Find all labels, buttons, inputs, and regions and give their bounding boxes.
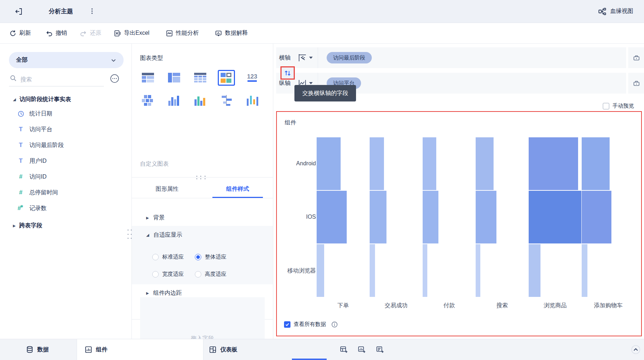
block-mark[interactable]	[423, 244, 427, 297]
chart-type-column-chart[interactable]	[165, 93, 183, 108]
toolbar-refresh-button[interactable]: 刷新	[9, 23, 31, 43]
scope-selector[interactable]: 全部	[9, 52, 124, 68]
y-category-label: IOS	[280, 214, 316, 220]
block-mark[interactable]	[317, 244, 324, 297]
app-header: 分析主题 血缘视图	[0, 0, 644, 23]
section-component-padding[interactable]: ▶ 组件内边距	[146, 288, 182, 298]
undo-icon	[45, 30, 53, 37]
panel-drag-handle[interactable]	[128, 229, 132, 240]
number-field-icon: #	[17, 173, 24, 180]
table-tree-node[interactable]: ◢ 访问阶段统计事实表	[13, 94, 71, 105]
field-item[interactable]: #总停留时间	[17, 186, 121, 199]
axis-lock-button[interactable]	[628, 47, 644, 68]
toolbar-data-explain-button[interactable]: 数据解释	[215, 23, 248, 43]
tab-component-style[interactable]: 组件样式	[202, 180, 273, 198]
toolbar-redo-button[interactable]: 还原	[80, 23, 101, 43]
lineage-icon	[598, 7, 607, 16]
info-icon[interactable]	[331, 321, 338, 328]
chart-type-cross-table[interactable]	[192, 70, 209, 86]
manual-preview-label: 手动预览	[612, 103, 634, 109]
block-mark[interactable]	[529, 137, 578, 190]
axis-type-selector[interactable]	[298, 53, 313, 62]
x-category-label: 添加购物车	[582, 302, 635, 309]
lock-icon	[633, 79, 640, 87]
add-table-icon[interactable]	[340, 345, 348, 354]
toolbar-performance-button[interactable]: 性能分析	[166, 23, 199, 43]
block-mark[interactable]	[370, 244, 375, 297]
swap-axes-button[interactable]	[280, 66, 295, 80]
block-mark[interactable]	[423, 191, 438, 243]
chart-type-multi-color-column[interactable]	[192, 93, 209, 108]
multi-color-column-icon	[193, 94, 207, 106]
section-drag-handle[interactable]	[196, 176, 206, 179]
x-category-label: 下单	[317, 302, 370, 309]
fit-option-1[interactable]: 标准适应	[152, 254, 184, 260]
search-input[interactable]	[20, 74, 96, 85]
manual-preview-checkbox[interactable]	[603, 103, 609, 109]
fit-option-2[interactable]: 整体适应	[195, 254, 226, 260]
block-mark[interactable]	[582, 244, 587, 297]
component-icon	[85, 346, 92, 354]
chart-type-contrast-bar[interactable]	[218, 93, 235, 108]
ellipsis-circle-icon[interactable]	[110, 74, 119, 83]
explain-icon	[215, 30, 222, 37]
bottom-tab-data[interactable]: 数据	[26, 339, 49, 360]
block-mark[interactable]	[476, 191, 496, 243]
block-mark[interactable]	[476, 244, 480, 297]
chart-type-kpi-card[interactable]: 123	[244, 70, 261, 86]
swap-tooltip: 交换横纵轴的字段	[294, 85, 356, 101]
chart-type-block-group[interactable]	[139, 93, 157, 108]
bottom-tab-dashboard[interactable]: 仪表板	[209, 339, 237, 360]
kebab-vertical-icon[interactable]	[89, 8, 95, 14]
exit-icon[interactable]	[14, 7, 23, 16]
chevron-down-icon	[111, 57, 116, 63]
cross-table-label: 跨表字段	[19, 222, 42, 229]
block-mark[interactable]	[317, 191, 347, 243]
fit-option-4[interactable]: 高度适应	[195, 271, 226, 278]
toolbar-undo-button[interactable]: 撤销	[45, 23, 67, 43]
lineage-view-button[interactable]: 血缘视图	[598, 0, 633, 23]
chart-type-block-chart[interactable]	[218, 70, 235, 86]
chart-type-freeze-table[interactable]	[165, 70, 183, 86]
expand-triangle-icon: ◢	[146, 233, 149, 237]
component-card[interactable]: 组件 AndroidIOS移动浏览器下单交易成功付款搜索浏览商品添加购物车 查看…	[276, 111, 642, 336]
section-adaptive-display[interactable]: ◢ 自适应显示	[146, 229, 182, 240]
block-mark[interactable]	[476, 137, 494, 190]
radio-icon	[152, 271, 159, 278]
field-item[interactable]: T访问平台	[17, 123, 121, 136]
component-title: 组件	[285, 119, 296, 127]
view-all-checkbox[interactable]	[284, 321, 290, 328]
x-axis-shelf: 横轴访问最后阶段	[276, 47, 626, 68]
block-mark[interactable]	[529, 244, 540, 297]
block-mark[interactable]	[529, 191, 581, 243]
x-category-label: 浏览商品	[529, 302, 582, 309]
cross-table-tree-node[interactable]: ▶ 跨表字段	[13, 220, 42, 231]
collapse-button[interactable]	[630, 344, 641, 355]
toolbar-export-excel-button[interactable]: 导出Excel	[114, 23, 149, 43]
field-item[interactable]: T用户ID	[17, 155, 121, 167]
section-background[interactable]: ▶ 背景	[146, 212, 165, 223]
block-mark[interactable]	[370, 191, 386, 243]
block-mark[interactable]	[582, 137, 610, 190]
custom-chart-label[interactable]: 自定义图表	[140, 160, 169, 168]
field-item[interactable]: 统计日期	[17, 108, 121, 120]
block-mark[interactable]	[317, 137, 341, 190]
tab-graphic-properties[interactable]: 图形属性	[132, 180, 202, 198]
axis-label: 横轴	[279, 54, 295, 62]
block-mark[interactable]	[370, 137, 384, 190]
chart-type-interval-column[interactable]	[244, 93, 261, 108]
kpi-card-icon: 123	[245, 72, 259, 84]
field-item[interactable]: #✱记录数	[17, 202, 121, 214]
chart-type-grouped-table[interactable]	[139, 70, 157, 86]
fit-option-3[interactable]: 宽度适应	[152, 271, 184, 278]
bottom-tab-component[interactable]: 组件	[85, 339, 107, 360]
canvas-panel: 横轴访问最后阶段纵轴访问平台 交换横纵轴的字段 手动预览 组件 AndroidI…	[273, 44, 644, 339]
axis-lock-button[interactable]	[628, 73, 644, 94]
block-mark[interactable]	[582, 191, 611, 243]
add-chart-icon[interactable]	[357, 345, 366, 354]
add-filter-icon[interactable]	[376, 345, 384, 354]
block-mark[interactable]	[423, 137, 436, 190]
field-item[interactable]: #访问ID	[17, 171, 121, 183]
field-item[interactable]: T访问最后阶段	[17, 139, 121, 151]
field-pill[interactable]: 访问最后阶段	[327, 52, 372, 63]
